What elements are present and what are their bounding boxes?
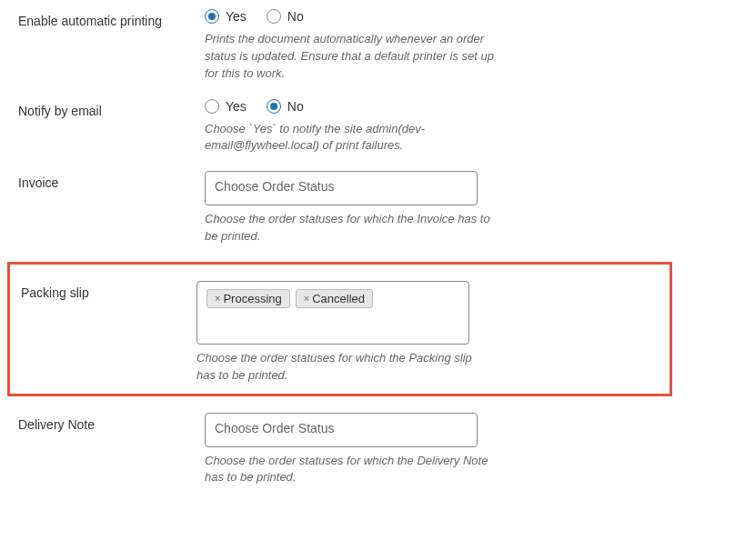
radio-icon [267, 9, 281, 24]
radio-icon [205, 9, 219, 24]
notify-email-help: Choose `Yes` to notify the site admin(de… [205, 121, 496, 155]
auto-print-control: Yes No Prints the document automatically… [205, 9, 496, 83]
delivery-note-control: Choose Order Status Choose the order sta… [205, 413, 496, 487]
close-icon[interactable]: × [215, 293, 220, 304]
packing-slip-control: × Processing × Cancelled Choose the orde… [196, 281, 488, 385]
packing-slip-row: Packing slip × Processing × Cancelled Ch… [21, 281, 659, 385]
notify-email-row: Notify by email Yes No Choose `Yes` to n… [18, 99, 727, 155]
delivery-note-row: Delivery Note Choose Order Status Choose… [18, 413, 727, 487]
invoice-select[interactable]: Choose Order Status [205, 171, 478, 205]
invoice-control: Choose Order Status Choose the order sta… [205, 171, 496, 245]
notify-email-yes-option[interactable]: Yes [205, 99, 247, 114]
auto-print-no-label: No [287, 9, 304, 24]
auto-print-help: Prints the document automatically whenev… [205, 31, 496, 83]
delivery-note-placeholder: Choose Order Status [215, 421, 335, 435]
auto-print-no-option[interactable]: No [267, 9, 304, 24]
notify-email-radio-group: Yes No [205, 99, 496, 114]
delivery-note-select[interactable]: Choose Order Status [205, 413, 478, 447]
notify-email-no-label: No [287, 99, 304, 114]
invoice-placeholder: Choose Order Status [215, 179, 335, 194]
invoice-help: Choose the order statuses for which the … [205, 211, 496, 245]
packing-slip-highlight: Packing slip × Processing × Cancelled Ch… [7, 262, 672, 396]
notify-email-yes-label: Yes [226, 99, 247, 114]
notify-email-label: Notify by email [18, 99, 205, 118]
delivery-note-label: Delivery Note [18, 413, 205, 432]
invoice-label: Invoice [18, 171, 205, 190]
radio-icon [267, 99, 281, 114]
invoice-row: Invoice Choose Order Status Choose the o… [18, 171, 727, 245]
auto-print-radio-group: Yes No [205, 9, 496, 24]
tag-label: Processing [223, 292, 281, 305]
notify-email-no-option[interactable]: No [267, 99, 304, 114]
close-icon[interactable]: × [304, 293, 309, 304]
tag-processing[interactable]: × Processing [206, 289, 290, 308]
delivery-note-help: Choose the order statuses for which the … [205, 453, 496, 487]
auto-print-row: Enable automatic printing Yes No Prints … [18, 9, 727, 83]
notify-email-control: Yes No Choose `Yes` to notify the site a… [205, 99, 496, 155]
tag-cancelled[interactable]: × Cancelled [296, 289, 373, 308]
tag-label: Cancelled [312, 292, 365, 305]
auto-print-yes-label: Yes [226, 9, 247, 24]
auto-print-label: Enable automatic printing [18, 9, 205, 28]
packing-slip-select[interactable]: × Processing × Cancelled [196, 281, 469, 345]
packing-slip-label: Packing slip [21, 281, 196, 300]
packing-slip-help: Choose the order statuses for which the … [196, 350, 488, 385]
radio-icon [205, 99, 219, 114]
auto-print-yes-option[interactable]: Yes [205, 9, 247, 24]
